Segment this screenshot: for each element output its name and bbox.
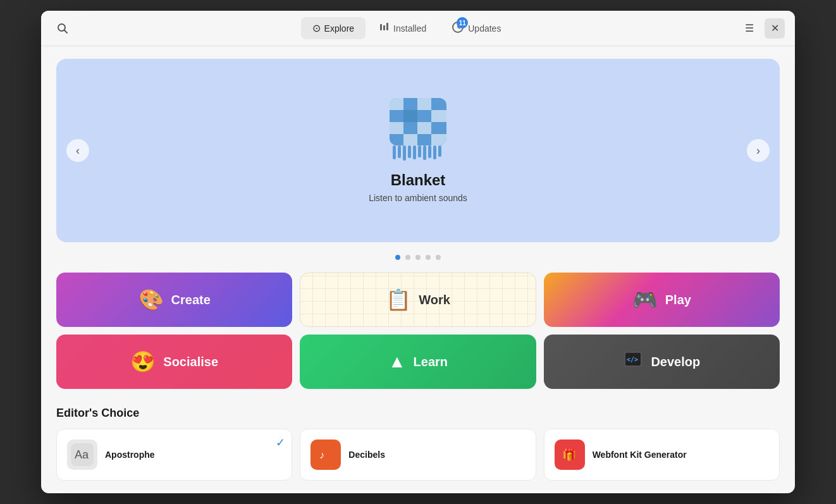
tab-explore[interactable]: ⊙ Explore [301,17,366,39]
carousel-prev-button[interactable]: ‹ [66,139,89,162]
svg-rect-21 [403,134,417,145]
carousel-dot-5[interactable] [436,255,441,260]
svg-rect-10 [417,98,431,110]
hero-app-subtitle: Listen to ambient sounds [369,193,467,203]
svg-rect-3 [383,25,385,30]
titlebar-left [51,17,74,40]
svg-rect-39 [314,443,337,466]
work-label: Work [419,293,450,307]
develop-label: Develop [651,355,700,369]
svg-rect-16 [390,122,403,134]
main-content: ‹ [41,46,795,493]
tab-updates[interactable]: 11 Updates [440,16,512,40]
search-button[interactable] [51,17,74,40]
tab-installed-label: Installed [393,23,426,34]
titlebar-right: ☰ ✕ [739,18,785,39]
menu-button[interactable]: ☰ [739,18,759,39]
apostrophe-name: Apostrophe [105,450,155,460]
editors-choice-title: Editor's Choice [56,407,780,420]
svg-line-1 [65,30,68,33]
svg-rect-8 [390,98,403,110]
svg-rect-13 [403,110,417,122]
create-icon: 🎨 [138,288,164,312]
tab-explore-label: Explore [324,23,354,34]
category-grid: 🎨 Create 📋 Work 🎮 Play 😍 Socialise ▲ Lea… [56,273,780,389]
app-card-apostrophe[interactable]: Aa Apostrophe ✓ [56,429,292,481]
category-card-learn[interactable]: ▲ Learn [300,335,536,389]
tab-updates-label: Updates [468,23,501,34]
svg-rect-9 [403,98,417,110]
close-button[interactable]: ✕ [765,18,785,39]
socialise-icon: 😍 [130,350,156,374]
svg-rect-14 [417,110,431,122]
learn-icon: ▲ [388,352,406,372]
svg-rect-2 [380,24,382,30]
develop-icon: </> [623,349,643,374]
app-card-decibels[interactable]: ♪ Decibels [300,429,536,481]
work-icon: 📋 [386,288,411,312]
svg-rect-31 [428,145,431,158]
editors-choice-grid: Aa Apostrophe ✓ ♪ Decibels [56,429,780,481]
decibels-name: Decibels [348,450,385,460]
carousel-dot-3[interactable] [415,255,421,260]
svg-rect-29 [418,145,421,157]
titlebar-nav: ⊙ Explore Installed [301,16,513,40]
close-icon: ✕ [771,22,779,34]
carousel-dot-4[interactable] [426,255,431,260]
svg-rect-32 [433,145,436,159]
svg-text:Aa: Aa [75,448,89,461]
blanket-app-svg [386,95,450,164]
carousel-dot-2[interactable] [405,255,410,260]
svg-text:🎁: 🎁 [562,448,577,462]
carousel-dots [56,255,780,260]
svg-rect-11 [431,98,446,110]
svg-text:</>: </> [627,356,638,363]
carousel-next-button[interactable]: › [747,139,770,162]
category-card-create[interactable]: 🎨 Create [56,273,292,327]
installed-badge-apostrophe: ✓ [276,436,285,450]
titlebar: ⊙ Explore Installed [41,11,795,46]
chevron-left-icon: ‹ [76,144,80,157]
updates-icon-container: 11 [452,21,464,35]
hamburger-icon: ☰ [745,22,754,34]
apostrophe-icon: Aa [67,439,97,470]
category-card-socialise[interactable]: 😍 Socialise [56,335,292,389]
svg-rect-25 [398,145,401,158]
editors-choice-section: Editor's Choice Aa Apostrophe ✓ [56,407,780,481]
webfont-name: Webfont Kit Generator [593,450,687,460]
hero-app-icon [386,98,450,161]
updates-count-badge: 11 [457,17,468,28]
category-card-play[interactable]: 🎮 Play [544,273,780,327]
app-window: ⊙ Explore Installed [41,11,795,493]
app-card-webfont[interactable]: 🎁 Webfont Kit Generator [544,429,780,481]
svg-rect-19 [431,122,446,134]
svg-rect-20 [390,134,403,145]
hero-app-name: Blanket [391,171,446,189]
svg-rect-26 [403,145,406,161]
category-card-develop[interactable]: </> Develop [544,335,780,389]
svg-rect-33 [438,145,441,157]
svg-rect-30 [423,145,426,160]
svg-rect-24 [393,145,396,159]
hero-carousel: ‹ [56,59,780,242]
svg-text:♪: ♪ [319,450,324,460]
svg-rect-15 [431,110,446,122]
explore-icon: ⊙ [312,22,321,34]
category-card-work[interactable]: 📋 Work [300,273,536,327]
play-label: Play [665,293,691,307]
chevron-right-icon: › [756,144,760,157]
svg-rect-18 [417,122,431,134]
svg-rect-28 [413,145,416,159]
svg-rect-22 [417,134,431,145]
create-label: Create [171,293,211,307]
tab-installed[interactable]: Installed [368,17,438,40]
carousel-dot-1[interactable] [395,255,400,260]
learn-label: Learn [414,355,448,369]
svg-rect-23 [431,134,446,145]
svg-rect-17 [403,122,417,134]
installed-icon [379,22,390,35]
svg-rect-27 [408,145,411,158]
search-icon [57,23,68,34]
webfont-icon: 🎁 [555,439,585,470]
svg-rect-4 [386,23,388,30]
